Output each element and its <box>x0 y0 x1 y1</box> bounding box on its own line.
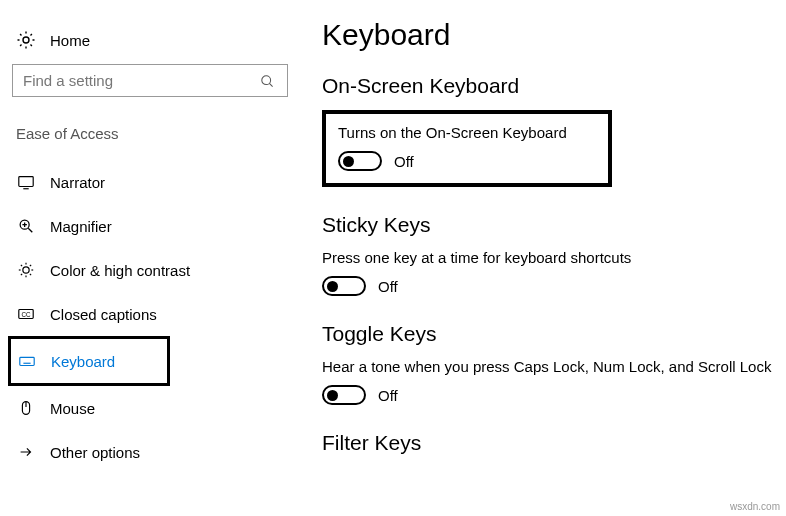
page-title: Keyboard <box>322 18 776 52</box>
svg-rect-21 <box>20 357 34 365</box>
sidebar: Home Ease of Access Narrator Magnifier <box>0 0 300 516</box>
sidebar-item-label: Narrator <box>50 174 105 191</box>
section-title-togglekeys: Toggle Keys <box>322 322 776 346</box>
gear-icon <box>16 30 36 50</box>
magnifier-icon <box>16 216 36 236</box>
search-input[interactable] <box>23 72 257 89</box>
svg-line-3 <box>269 83 272 86</box>
sidebar-item-closed-captions[interactable]: CC Closed captions <box>10 292 290 336</box>
onscreen-toggle-state: Off <box>394 153 414 170</box>
search-icon <box>257 71 277 91</box>
cc-icon: CC <box>16 304 36 324</box>
togglekeys-toggle-state: Off <box>378 387 398 404</box>
sidebar-item-color-contrast[interactable]: Color & high contrast <box>10 248 290 292</box>
brightness-icon <box>16 260 36 280</box>
svg-line-7 <box>28 228 32 232</box>
sidebar-item-label: Mouse <box>50 400 95 417</box>
sidebar-item-magnifier[interactable]: Magnifier <box>10 204 290 248</box>
togglekeys-toggle[interactable] <box>322 385 366 405</box>
sidebar-item-label: Keyboard <box>51 353 115 370</box>
onscreen-toggle[interactable] <box>338 151 382 171</box>
svg-line-18 <box>30 265 31 266</box>
mouse-icon <box>16 398 36 418</box>
search-input-container[interactable] <box>12 64 288 97</box>
sidebar-item-label: Other options <box>50 444 140 461</box>
sidebar-item-narrator[interactable]: Narrator <box>10 160 290 204</box>
section-title-sticky: Sticky Keys <box>322 213 776 237</box>
svg-point-0 <box>23 37 29 43</box>
svg-point-10 <box>23 267 29 273</box>
sidebar-section-header: Ease of Access <box>10 125 290 160</box>
sidebar-item-label: Magnifier <box>50 218 112 235</box>
togglekeys-desc: Hear a tone when you press Caps Lock, Nu… <box>322 358 776 375</box>
home-label: Home <box>50 32 90 49</box>
svg-line-16 <box>30 274 31 275</box>
svg-rect-4 <box>19 177 33 187</box>
onscreen-desc: Turns on the On-Screen Keyboard <box>338 124 596 141</box>
svg-point-1 <box>262 75 271 84</box>
sidebar-item-label: Color & high contrast <box>50 262 190 279</box>
section-title-filter: Filter Keys <box>322 431 776 455</box>
sidebar-item-mouse[interactable]: Mouse <box>10 386 290 430</box>
content-panel: Keyboard On-Screen Keyboard Turns on the… <box>300 0 786 516</box>
highlight-box-onscreen: Turns on the On-Screen Keyboard Off <box>322 110 612 187</box>
keyboard-icon <box>17 351 37 371</box>
screen-icon <box>16 172 36 192</box>
svg-text:CC: CC <box>21 311 31 318</box>
sticky-toggle[interactable] <box>322 276 366 296</box>
svg-line-15 <box>21 265 22 266</box>
arrow-icon <box>16 442 36 462</box>
sticky-toggle-state: Off <box>378 278 398 295</box>
section-title-onscreen: On-Screen Keyboard <box>322 74 776 98</box>
sticky-desc: Press one key at a time for keyboard sho… <box>322 249 776 266</box>
sidebar-item-other-options[interactable]: Other options <box>10 430 290 474</box>
svg-line-17 <box>21 274 22 275</box>
watermark: wsxdn.com <box>730 501 780 512</box>
home-button[interactable]: Home <box>10 26 290 64</box>
highlight-box-keyboard: Keyboard <box>8 336 170 386</box>
sidebar-item-label: Closed captions <box>50 306 157 323</box>
sidebar-item-keyboard[interactable]: Keyboard <box>11 339 167 383</box>
